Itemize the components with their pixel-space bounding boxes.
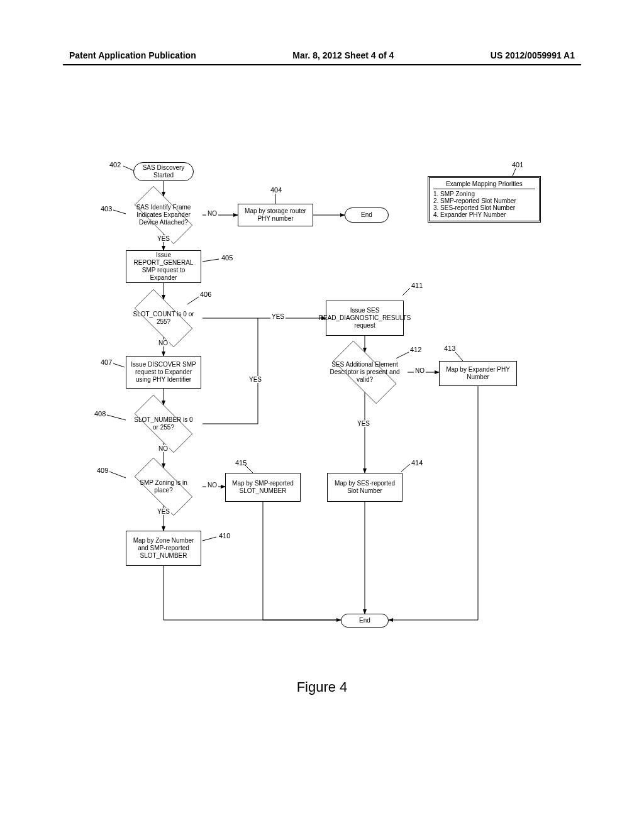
ref-401: 401 xyxy=(512,161,523,169)
header-center: Mar. 8, 2012 Sheet 4 of 4 xyxy=(292,50,394,60)
svg-line-20 xyxy=(113,363,125,367)
edge-406-yes: YES xyxy=(270,313,286,320)
ref-413: 413 xyxy=(444,345,455,352)
node-text: End xyxy=(359,617,370,624)
decision-ses-descriptor: SES Additional Element Descriptor is pre… xyxy=(322,352,408,392)
svg-line-29 xyxy=(513,169,516,176)
ref-412: 412 xyxy=(410,346,421,353)
svg-line-18 xyxy=(203,259,219,262)
svg-line-16 xyxy=(113,210,126,214)
page-header: Patent Application Publication Mar. 8, 2… xyxy=(0,50,644,60)
ref-405: 405 xyxy=(221,254,233,262)
end-terminator-bottom: End xyxy=(341,614,389,628)
mapping-priorities-box: Example Mapping Priorities 1. SMP Zoning… xyxy=(428,176,541,223)
ref-407: 407 xyxy=(101,358,112,366)
ref-403: 403 xyxy=(101,205,112,213)
process-map-smp-slot: Map by SMP-reported SLOT_NUMBER xyxy=(225,473,301,502)
header-right: US 2012/0059991 A1 xyxy=(491,50,575,60)
node-text: Issue SES READ_DIAGNOSTIC_RESULTS reques… xyxy=(319,307,411,329)
node-text: SAS Identify Frame Indicates Expander De… xyxy=(125,204,203,226)
edge-409-no: NO xyxy=(206,482,218,489)
node-text: SES Additional Element Descriptor is pre… xyxy=(322,361,408,384)
flowchart: SAS Discovery Started 402 SAS Identify F… xyxy=(63,151,566,729)
ref-406: 406 xyxy=(200,290,211,298)
process-map-zone-slot: Map by Zone Number and SMP-reported SLOT… xyxy=(126,531,201,566)
ref-411: 411 xyxy=(411,282,423,289)
header-rule xyxy=(63,64,581,65)
end-terminator-top: End xyxy=(345,208,389,223)
svg-line-27 xyxy=(401,464,410,472)
edge-406-no: NO xyxy=(157,340,169,346)
ref-404: 404 xyxy=(270,186,282,194)
process-map-router-phy: Map by storage router PHY number xyxy=(238,204,313,226)
node-text: Map by Zone Number and SMP-reported SLOT… xyxy=(130,537,197,560)
edge-412-yes: YES xyxy=(356,420,371,427)
decision-slot-number: SLOT_NUMBER is 0 or 255? xyxy=(125,405,203,443)
ref-414: 414 xyxy=(411,459,423,467)
priority-item: 3. SES-reported Slot Number xyxy=(433,204,535,211)
ref-410: 410 xyxy=(219,532,230,540)
priorities-title: Example Mapping Priorities xyxy=(433,180,535,189)
priority-item: 2. SMP-reported Slot Number xyxy=(433,197,535,204)
node-text: Map by storage router PHY number xyxy=(242,208,309,223)
decision-slot-count: SLOT_COUNT is 0 or 255? xyxy=(125,299,203,337)
svg-line-24 xyxy=(402,288,410,296)
node-text: End xyxy=(361,211,372,219)
node-text: Map by SMP-reported SLOT_NUMBER xyxy=(230,480,296,495)
process-report-general: Issue REPORT_GENERAL SMP request to Expa… xyxy=(126,250,201,283)
ref-409: 409 xyxy=(97,467,108,474)
priority-item: 1. SMP Zoning xyxy=(433,191,535,197)
decision-expander-attached: SAS Identify Frame Indicates Expander De… xyxy=(125,196,203,234)
process-ses-read-diag: Issue SES READ_DIAGNOSTIC_RESULTS reques… xyxy=(326,301,404,336)
svg-line-21 xyxy=(107,415,126,420)
edge-408-no: NO xyxy=(157,445,169,452)
svg-line-26 xyxy=(455,352,463,361)
decision-smp-zoning: SMP Zoning is in place? xyxy=(125,468,203,506)
priority-item: 4. Expander PHY Number xyxy=(433,211,535,218)
node-text: SMP Zoning is in place? xyxy=(125,479,203,494)
svg-line-22 xyxy=(109,472,126,478)
process-map-ses-slot: Map by SES-reported Slot Number xyxy=(327,473,402,502)
node-text: Issue REPORT_GENERAL SMP request to Expa… xyxy=(130,252,197,282)
node-text: SLOT_COUNT is 0 or 255? xyxy=(125,311,203,326)
node-text: Map by Expander PHY Number xyxy=(443,366,513,381)
process-map-expander-phy: Map by Expander PHY Number xyxy=(439,361,517,386)
node-text: SLOT_NUMBER is 0 or 255? xyxy=(125,416,203,431)
edge-412-no: NO xyxy=(414,367,426,374)
node-text: SAS Discovery Started xyxy=(142,164,186,179)
ref-408: 408 xyxy=(94,410,106,418)
edge-403-yes: YES xyxy=(156,235,171,242)
figure-caption: Figure 4 xyxy=(0,679,644,695)
process-discover-smp: Issue DISCOVER SMP request to Expander u… xyxy=(126,356,201,389)
svg-line-23 xyxy=(203,537,216,541)
ref-415: 415 xyxy=(235,459,247,467)
start-terminator: SAS Discovery Started xyxy=(133,162,194,181)
node-text: Map by SES-reported Slot Number xyxy=(331,480,398,495)
edge-403-no: NO xyxy=(206,210,218,217)
edge-409-yes: YES xyxy=(156,508,171,515)
node-text: Issue DISCOVER SMP request to Expander u… xyxy=(130,361,197,384)
ref-402: 402 xyxy=(109,161,121,169)
header-left: Patent Application Publication xyxy=(69,50,196,60)
edge-408-yes: YES xyxy=(248,376,263,383)
